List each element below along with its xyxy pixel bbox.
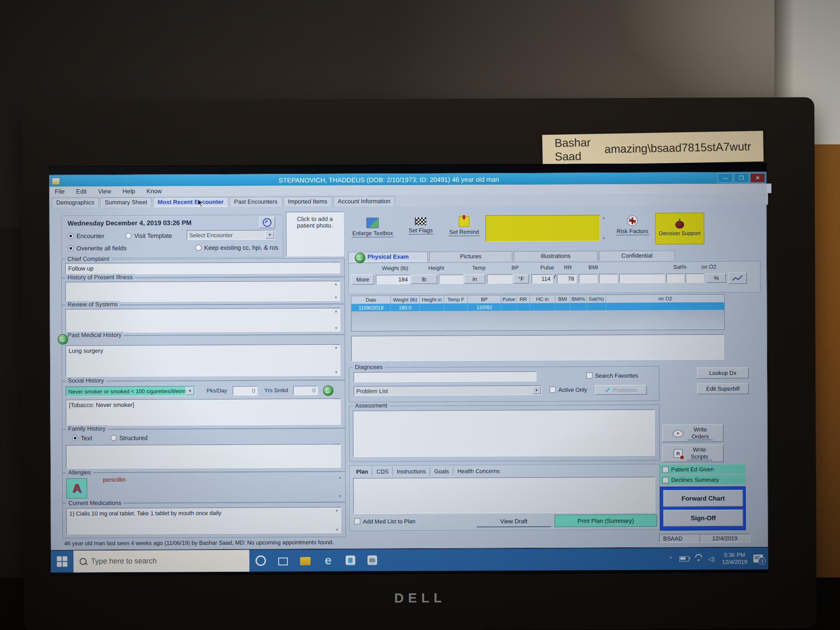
print-plan-button[interactable]: Print Plan (Summary)	[555, 514, 657, 527]
battery-icon[interactable]	[679, 556, 689, 561]
scrollbar[interactable]: ▲▼	[334, 508, 340, 532]
open-app-icon[interactable]	[368, 555, 377, 565]
weight-field[interactable]: 184	[376, 275, 410, 284]
declines-summary-checkbox[interactable]: Declines Summary	[660, 475, 746, 485]
enlarge-textbox-button[interactable]: Enlarge Textbox	[348, 217, 397, 237]
ros-textarea[interactable]: ▲▼	[65, 308, 340, 333]
menu-file[interactable]: File	[55, 188, 65, 195]
view-draft-button[interactable]: View Draft	[477, 516, 551, 528]
tab-summary-sheet[interactable]: Summary Sheet	[100, 197, 152, 208]
problems-button[interactable]: Problems	[595, 385, 647, 395]
menu-help[interactable]: Help	[122, 188, 135, 195]
notifications-icon[interactable]: 3	[753, 555, 763, 563]
encounter-refresh-button[interactable]	[259, 217, 275, 228]
tab-cds[interactable]: CDS	[372, 467, 393, 476]
lookup-dx-button[interactable]: Lookup Dx	[697, 368, 749, 379]
vitals-table-row-selected[interactable]: 11/06/2019 180.0 120/82	[351, 302, 724, 312]
write-scripts-button[interactable]: R Write Scripts	[662, 444, 724, 462]
edge-browser-icon[interactable]: e	[323, 555, 333, 566]
globe-icon[interactable]	[58, 334, 68, 345]
set-flags-button[interactable]: Set Flags	[402, 217, 439, 234]
chevron-down-icon[interactable]: ▼	[186, 387, 194, 395]
close-button[interactable]: ✕	[750, 173, 765, 183]
scrollbar[interactable]: ▲▼	[333, 309, 339, 330]
more-button[interactable]: More	[351, 274, 374, 284]
tab-confidential[interactable]: Confidential	[599, 250, 675, 261]
risk-factors-button[interactable]: Risk Factors	[612, 216, 653, 235]
tab-goals[interactable]: Goals	[430, 467, 453, 476]
pks-day-field[interactable]: 0	[233, 386, 257, 396]
speaker-icon[interactable]: ◁)	[708, 556, 714, 562]
tab-health-concerns[interactable]: Health Concerns	[453, 467, 504, 476]
start-button[interactable]	[57, 556, 67, 567]
height-field[interactable]	[439, 275, 463, 284]
scrollbar[interactable]: ▲▼	[333, 282, 339, 300]
taskbar-search[interactable]: Type here to search	[74, 550, 249, 573]
tab-illustrations[interactable]: Illustrations	[514, 251, 598, 261]
rr-field[interactable]	[599, 274, 617, 283]
select-encounter-dropdown[interactable]: Select Encounter ▼	[187, 230, 275, 240]
bp-diastolic-field[interactable]: 78	[557, 274, 576, 283]
write-orders-button[interactable]: Write Orders	[662, 424, 724, 442]
pulse-field[interactable]	[579, 274, 597, 283]
tab-instructions[interactable]: Instructions	[393, 467, 430, 476]
menu-edit[interactable]: Edit	[76, 188, 87, 195]
encounter-radio[interactable]: Encounter	[68, 232, 105, 239]
smoking-status-dropdown[interactable]: Never smoker or smoked < 100 cigarettes/…	[66, 386, 195, 396]
menu-know[interactable]: Know	[147, 188, 162, 195]
family-history-textarea[interactable]	[66, 444, 341, 469]
tab-past-encounters[interactable]: Past Encounters	[229, 196, 282, 207]
yrs-smkd-field[interactable]: 0	[293, 386, 318, 395]
chevron-down-icon[interactable]: ▼	[266, 231, 274, 238]
tab-most-recent-encounter[interactable]: Most Recent Encounter	[153, 197, 228, 207]
tab-account-information[interactable]: Account Information	[333, 196, 395, 206]
pmh-textarea[interactable]: Lung surgery ▲▼	[66, 344, 340, 377]
sat-field[interactable]	[666, 273, 684, 283]
patient-ed-checkbox[interactable]: Patient Ed Given	[660, 465, 746, 474]
social-history-textarea[interactable]: [Tobacco: Never smoker]	[66, 399, 340, 426]
restore-button[interactable]: ❐	[734, 173, 749, 183]
tab-plan[interactable]: Plan	[352, 467, 373, 476]
tab-pictures[interactable]: Pictures	[429, 251, 512, 262]
globe-icon[interactable]	[355, 253, 365, 263]
chevron-down-icon[interactable]: ▼	[532, 386, 541, 394]
chief-complaint-input[interactable]: Follow up	[65, 262, 340, 275]
visit-template-radio[interactable]: Visit Template	[126, 232, 172, 239]
scrollbar[interactable]: ▲▼	[333, 346, 339, 374]
set-remind-button[interactable]: Set Remind	[444, 216, 484, 236]
edit-superbill-button[interactable]: Edit Superbill	[697, 383, 749, 395]
task-view-icon[interactable]	[278, 557, 288, 565]
temp-field[interactable]	[487, 274, 512, 284]
tab-imported-items[interactable]: Imported Items	[283, 196, 332, 206]
sign-off-button[interactable]: Sign-Off	[663, 510, 743, 527]
wifi-icon[interactable]	[695, 556, 702, 561]
overwrite-all-fields-radio[interactable]: Overwrite all fields	[68, 245, 126, 252]
percent-button[interactable]: %	[707, 273, 726, 283]
scrollbar[interactable]: ▲▼	[337, 476, 343, 498]
decision-support-button[interactable]: Decision Support	[655, 213, 704, 244]
tray-clock[interactable]: 5:36 PM 12/4/2019	[722, 551, 747, 566]
vitals-chart-button[interactable]	[728, 272, 747, 284]
globe-icon[interactable]	[323, 385, 333, 396]
add-med-list-checkbox[interactable]: Add Med List to Plan	[354, 518, 416, 525]
patient-photo-box[interactable]: Click to add a patient photo.	[286, 212, 343, 257]
memo-scrollbar[interactable]: ▲▼	[601, 216, 607, 240]
family-structured-radio[interactable]: Structured	[111, 434, 148, 441]
reminder-memo-box[interactable]	[486, 215, 600, 242]
tab-demographics[interactable]: Demographics	[51, 197, 99, 207]
diagnosis-search-input[interactable]	[354, 371, 536, 382]
forward-chart-button[interactable]: Forward Chart	[663, 490, 743, 507]
problem-list-dropdown[interactable]: Problem List ▼	[354, 385, 542, 396]
bmi-field[interactable]	[619, 274, 665, 283]
hpi-textarea[interactable]: ▲▼	[65, 281, 340, 302]
active-only-checkbox[interactable]: Active Only	[550, 386, 587, 393]
family-text-radio[interactable]: Text	[72, 434, 92, 441]
medications-textarea[interactable]: 1) Cialis 10 mg oral tablet. Take 1 tabl…	[66, 507, 341, 535]
cortana-icon[interactable]	[256, 556, 266, 566]
tray-chevron-icon[interactable]: ⌃	[668, 556, 673, 562]
minimize-button[interactable]: —	[718, 173, 733, 183]
keep-existing-radio[interactable]: Keep existing cc, hpi, & ros	[196, 244, 278, 251]
plan-textarea[interactable]	[353, 477, 655, 514]
file-explorer-icon[interactable]	[300, 557, 311, 565]
pinned-app-icon[interactable]	[346, 556, 355, 565]
